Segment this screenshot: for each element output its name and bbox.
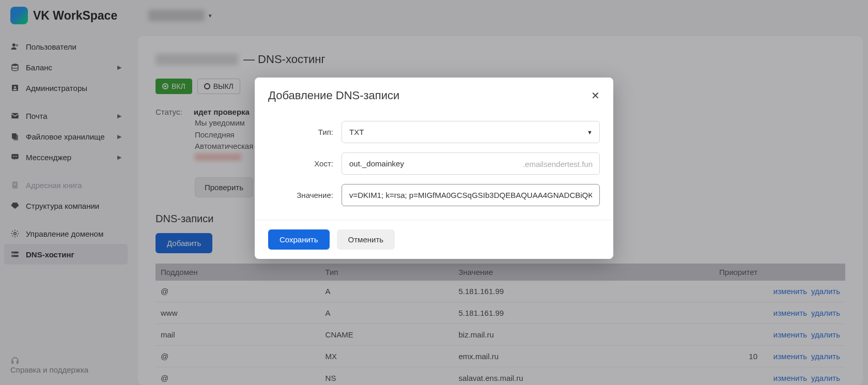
save-button[interactable]: Сохранить (268, 229, 330, 250)
close-button[interactable]: ✕ (591, 89, 600, 102)
modal-title: Добавление DNS-записи (268, 89, 399, 102)
host-input[interactable] (342, 152, 600, 175)
label-value: Значение: (268, 191, 342, 199)
modal-overlay: Добавление DNS-записи ✕ Тип: TXT ▼ Хост: (0, 0, 868, 385)
label-type: Тип: (268, 128, 342, 136)
close-icon: ✕ (591, 90, 600, 101)
type-select[interactable]: TXT (342, 121, 600, 143)
cancel-button[interactable]: Отменить (337, 229, 395, 250)
add-dns-modal: Добавление DNS-записи ✕ Тип: TXT ▼ Хост: (255, 78, 613, 259)
label-host: Хост: (268, 159, 342, 168)
value-input[interactable] (342, 184, 600, 206)
